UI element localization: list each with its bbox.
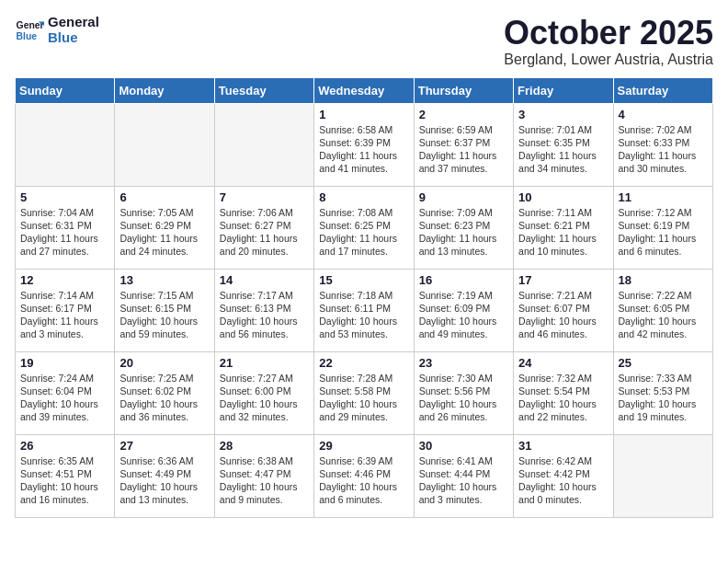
day-info: Sunrise: 7:14 AMSunset: 6:17 PMDaylight:… bbox=[20, 289, 109, 341]
day-info: Sunrise: 6:38 AMSunset: 4:47 PMDaylight:… bbox=[220, 454, 309, 507]
day-number: 17 bbox=[518, 273, 608, 287]
day-info: Sunrise: 7:22 AMSunset: 6:05 PMDaylight:… bbox=[619, 289, 708, 341]
day-number: 13 bbox=[119, 273, 209, 287]
calendar-cell: 7Sunrise: 7:06 AMSunset: 6:27 PMDaylight… bbox=[214, 186, 313, 269]
calendar-cell: 18Sunrise: 7:22 AMSunset: 6:05 PMDayligh… bbox=[613, 269, 712, 351]
day-info: Sunrise: 7:08 AMSunset: 6:25 PMDaylight:… bbox=[319, 206, 408, 259]
day-info: Sunrise: 6:39 AMSunset: 4:46 PMDaylight:… bbox=[319, 454, 408, 507]
day-number: 1 bbox=[319, 108, 408, 121]
calendar-cell: 3Sunrise: 7:01 AMSunset: 6:35 PMDaylight… bbox=[514, 103, 613, 186]
day-number: 27 bbox=[119, 439, 209, 453]
logo: General Blue General Blue bbox=[15, 15, 99, 45]
day-info: Sunrise: 7:17 AMSunset: 6:13 PMDaylight:… bbox=[220, 289, 309, 341]
calendar-week-row: 12Sunrise: 7:14 AMSunset: 6:17 PMDayligh… bbox=[16, 269, 713, 351]
weekday-header: Tuesday bbox=[214, 77, 313, 103]
calendar-cell: 25Sunrise: 7:33 AMSunset: 5:53 PMDayligh… bbox=[613, 351, 712, 434]
day-info: Sunrise: 7:12 AMSunset: 6:19 PMDaylight:… bbox=[619, 206, 708, 259]
day-number: 23 bbox=[419, 356, 508, 370]
day-info: Sunrise: 7:04 AMSunset: 6:31 PMDaylight:… bbox=[20, 206, 109, 259]
calendar-cell: 9Sunrise: 7:09 AMSunset: 6:23 PMDaylight… bbox=[414, 186, 513, 269]
day-number: 7 bbox=[220, 190, 309, 204]
weekday-header: Sunday bbox=[16, 77, 115, 103]
day-number: 28 bbox=[220, 439, 309, 453]
calendar-week-row: 5Sunrise: 7:04 AMSunset: 6:31 PMDaylight… bbox=[16, 186, 713, 269]
calendar-cell: 16Sunrise: 7:19 AMSunset: 6:09 PMDayligh… bbox=[414, 269, 513, 351]
day-number: 9 bbox=[419, 190, 508, 204]
day-number: 10 bbox=[518, 190, 608, 204]
calendar-week-row: 1Sunrise: 6:58 AMSunset: 6:39 PMDaylight… bbox=[16, 103, 713, 186]
day-number: 21 bbox=[220, 356, 309, 370]
day-info: Sunrise: 7:25 AMSunset: 6:02 PMDaylight:… bbox=[119, 372, 209, 424]
day-info: Sunrise: 7:30 AMSunset: 5:56 PMDaylight:… bbox=[419, 372, 508, 424]
day-info: Sunrise: 7:15 AMSunset: 6:15 PMDaylight:… bbox=[119, 289, 209, 341]
day-number: 26 bbox=[20, 439, 109, 453]
day-info: Sunrise: 7:01 AMSunset: 6:35 PMDaylight:… bbox=[518, 123, 608, 176]
day-number: 6 bbox=[119, 190, 209, 204]
day-info: Sunrise: 6:35 AMSunset: 4:51 PMDaylight:… bbox=[20, 454, 109, 507]
location: Bergland, Lower Austria, Austria bbox=[504, 52, 713, 68]
day-info: Sunrise: 7:33 AMSunset: 5:53 PMDaylight:… bbox=[619, 372, 708, 424]
day-number: 30 bbox=[419, 439, 508, 453]
day-number: 24 bbox=[518, 356, 608, 370]
day-info: Sunrise: 6:41 AMSunset: 4:44 PMDaylight:… bbox=[419, 454, 508, 507]
calendar-cell: 21Sunrise: 7:27 AMSunset: 6:00 PMDayligh… bbox=[214, 351, 313, 434]
title-block: October 2025 Bergland, Lower Austria, Au… bbox=[504, 15, 713, 68]
day-info: Sunrise: 7:32 AMSunset: 5:54 PMDaylight:… bbox=[518, 372, 608, 424]
calendar-cell: 8Sunrise: 7:08 AMSunset: 6:25 PMDaylight… bbox=[314, 186, 414, 269]
day-info: Sunrise: 7:02 AMSunset: 6:33 PMDaylight:… bbox=[619, 123, 708, 176]
day-number: 15 bbox=[319, 273, 408, 287]
day-number: 2 bbox=[419, 108, 508, 121]
day-number: 4 bbox=[619, 108, 708, 121]
day-number: 14 bbox=[220, 273, 309, 287]
day-info: Sunrise: 7:09 AMSunset: 6:23 PMDaylight:… bbox=[419, 206, 508, 259]
calendar-cell: 2Sunrise: 6:59 AMSunset: 6:37 PMDaylight… bbox=[414, 103, 513, 186]
calendar-week-row: 26Sunrise: 6:35 AMSunset: 4:51 PMDayligh… bbox=[16, 434, 713, 517]
day-info: Sunrise: 7:11 AMSunset: 6:21 PMDaylight:… bbox=[518, 206, 608, 259]
calendar-cell: 17Sunrise: 7:21 AMSunset: 6:07 PMDayligh… bbox=[514, 269, 613, 351]
calendar-cell: 15Sunrise: 7:18 AMSunset: 6:11 PMDayligh… bbox=[314, 269, 414, 351]
day-info: Sunrise: 7:06 AMSunset: 6:27 PMDaylight:… bbox=[220, 206, 309, 259]
weekday-header: Monday bbox=[115, 77, 214, 103]
calendar-cell bbox=[613, 434, 712, 517]
logo-blue: Blue bbox=[48, 30, 99, 46]
day-info: Sunrise: 7:18 AMSunset: 6:11 PMDaylight:… bbox=[319, 289, 408, 341]
day-info: Sunrise: 7:28 AMSunset: 5:58 PMDaylight:… bbox=[319, 372, 408, 424]
day-number: 3 bbox=[518, 108, 608, 121]
day-info: Sunrise: 7:19 AMSunset: 6:09 PMDaylight:… bbox=[419, 289, 508, 341]
calendar-cell bbox=[214, 103, 313, 186]
day-number: 11 bbox=[619, 190, 708, 204]
calendar-cell: 28Sunrise: 6:38 AMSunset: 4:47 PMDayligh… bbox=[214, 434, 313, 517]
day-number: 31 bbox=[518, 439, 608, 453]
calendar-cell: 26Sunrise: 6:35 AMSunset: 4:51 PMDayligh… bbox=[16, 434, 115, 517]
calendar-cell bbox=[115, 103, 214, 186]
day-number: 16 bbox=[419, 273, 508, 287]
calendar-cell: 1Sunrise: 6:58 AMSunset: 6:39 PMDaylight… bbox=[314, 103, 414, 186]
weekday-header: Friday bbox=[514, 77, 613, 103]
day-number: 8 bbox=[319, 190, 408, 204]
day-number: 25 bbox=[619, 356, 708, 370]
weekday-header-row: SundayMondayTuesdayWednesdayThursdayFrid… bbox=[16, 77, 713, 103]
calendar-cell: 27Sunrise: 6:36 AMSunset: 4:49 PMDayligh… bbox=[115, 434, 214, 517]
weekday-header: Thursday bbox=[414, 77, 513, 103]
calendar-cell: 6Sunrise: 7:05 AMSunset: 6:29 PMDaylight… bbox=[115, 186, 214, 269]
calendar-cell: 19Sunrise: 7:24 AMSunset: 6:04 PMDayligh… bbox=[16, 351, 115, 434]
day-number: 12 bbox=[20, 273, 109, 287]
calendar-cell: 12Sunrise: 7:14 AMSunset: 6:17 PMDayligh… bbox=[16, 269, 115, 351]
day-info: Sunrise: 6:59 AMSunset: 6:37 PMDaylight:… bbox=[419, 123, 508, 176]
logo-general: General bbox=[48, 15, 99, 30]
day-info: Sunrise: 6:36 AMSunset: 4:49 PMDaylight:… bbox=[119, 454, 209, 507]
day-info: Sunrise: 7:05 AMSunset: 6:29 PMDaylight:… bbox=[119, 206, 209, 259]
day-info: Sunrise: 6:58 AMSunset: 6:39 PMDaylight:… bbox=[319, 123, 408, 176]
day-number: 19 bbox=[20, 356, 109, 370]
day-number: 20 bbox=[119, 356, 209, 370]
day-number: 18 bbox=[619, 273, 708, 287]
calendar-cell: 29Sunrise: 6:39 AMSunset: 4:46 PMDayligh… bbox=[314, 434, 414, 517]
day-number: 29 bbox=[319, 439, 408, 453]
day-info: Sunrise: 7:27 AMSunset: 6:00 PMDaylight:… bbox=[220, 372, 309, 424]
page-header: General Blue General Blue October 2025 B… bbox=[15, 15, 713, 68]
calendar-cell: 5Sunrise: 7:04 AMSunset: 6:31 PMDaylight… bbox=[16, 186, 115, 269]
calendar-week-row: 19Sunrise: 7:24 AMSunset: 6:04 PMDayligh… bbox=[16, 351, 713, 434]
calendar-cell: 11Sunrise: 7:12 AMSunset: 6:19 PMDayligh… bbox=[613, 186, 712, 269]
day-info: Sunrise: 6:42 AMSunset: 4:42 PMDaylight:… bbox=[518, 454, 608, 507]
calendar-cell bbox=[16, 103, 115, 186]
